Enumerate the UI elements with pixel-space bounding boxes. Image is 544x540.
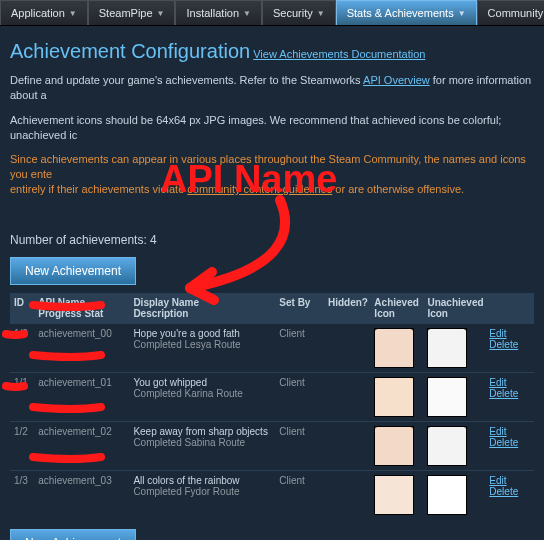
cell-set-by: Client bbox=[275, 372, 324, 421]
achieved-icon bbox=[374, 377, 414, 417]
tab-application[interactable]: Application▼ bbox=[0, 0, 88, 25]
achieved-icon bbox=[374, 426, 414, 466]
col-display-name: Display NameDescription bbox=[129, 293, 275, 324]
new-achievement-button-top[interactable]: New Achievement bbox=[10, 257, 136, 285]
cell-hidden bbox=[324, 470, 370, 519]
cell-id: 1/0 bbox=[10, 323, 34, 372]
chevron-down-icon: ▼ bbox=[317, 9, 325, 18]
table-row: 1/0achievement_00Hope you're a good fath… bbox=[10, 323, 534, 372]
cell-api-name: achievement_02 bbox=[34, 421, 129, 470]
page-title: Achievement Configuration bbox=[10, 40, 250, 62]
chevron-down-icon: ▼ bbox=[69, 9, 77, 18]
cell-set-by: Client bbox=[275, 323, 324, 372]
cell-hidden bbox=[324, 323, 370, 372]
delete-link[interactable]: Delete bbox=[489, 339, 530, 350]
edit-link[interactable]: Edit bbox=[489, 377, 530, 388]
cell-display-name: Hope you're a good fathCompleted Lesya R… bbox=[129, 323, 275, 372]
cell-set-by: Client bbox=[275, 421, 324, 470]
cell-id: 1/1 bbox=[10, 372, 34, 421]
achieved-icon bbox=[374, 475, 414, 515]
chevron-down-icon: ▼ bbox=[243, 9, 251, 18]
chevron-down-icon: ▼ bbox=[458, 9, 466, 18]
achievements-table: ID API NameProgress Stat Display NameDes… bbox=[10, 293, 534, 519]
table-row: 1/1achievement_01You got whippedComplete… bbox=[10, 372, 534, 421]
intro-paragraph-2: Achievement icons should be 64x64 px JPG… bbox=[10, 113, 534, 143]
new-achievement-button-bottom[interactable]: New Achievement bbox=[10, 529, 136, 540]
unachieved-icon bbox=[427, 426, 467, 466]
chevron-down-icon: ▼ bbox=[157, 9, 165, 18]
api-overview-link[interactable]: API Overview bbox=[363, 74, 430, 86]
col-set-by: Set By bbox=[275, 293, 324, 324]
edit-link[interactable]: Edit bbox=[489, 426, 530, 437]
col-hidden: Hidden? bbox=[324, 293, 370, 324]
unachieved-icon bbox=[427, 475, 467, 515]
delete-link[interactable]: Delete bbox=[489, 437, 530, 448]
cell-set-by: Client bbox=[275, 470, 324, 519]
cell-api-name: achievement_01 bbox=[34, 372, 129, 421]
cell-api-name: achievement_00 bbox=[34, 323, 129, 372]
unachieved-icon bbox=[427, 328, 467, 368]
col-achieved-icon: AchievedIcon bbox=[370, 293, 423, 324]
delete-link[interactable]: Delete bbox=[489, 388, 530, 399]
warning-paragraph: Since achievements can appear in various… bbox=[10, 152, 534, 197]
achieved-icon bbox=[374, 328, 414, 368]
view-docs-link[interactable]: View Achievements Documentation bbox=[253, 48, 425, 60]
cell-id: 1/2 bbox=[10, 421, 34, 470]
cell-display-name: You got whippedCompleted Karina Route bbox=[129, 372, 275, 421]
tab-security[interactable]: Security▼ bbox=[262, 0, 336, 25]
col-id: ID bbox=[10, 293, 34, 324]
delete-link[interactable]: Delete bbox=[489, 486, 530, 497]
table-row: 1/3achievement_03All colors of the rainb… bbox=[10, 470, 534, 519]
intro-paragraph-1: Define and update your game's achievemen… bbox=[10, 73, 534, 103]
tab-community[interactable]: Community▼ bbox=[477, 0, 544, 25]
table-row: 1/2achievement_02Keep away from sharp ob… bbox=[10, 421, 534, 470]
col-unachieved-icon: UnachievedIcon bbox=[423, 293, 485, 324]
tab-steampipe[interactable]: SteamPipe▼ bbox=[88, 0, 176, 25]
edit-link[interactable]: Edit bbox=[489, 475, 530, 486]
cell-hidden bbox=[324, 421, 370, 470]
achievement-count: Number of achievements: 4 bbox=[10, 233, 534, 247]
cell-hidden bbox=[324, 372, 370, 421]
cell-display-name: Keep away from sharp objectsCompleted Sa… bbox=[129, 421, 275, 470]
edit-link[interactable]: Edit bbox=[489, 328, 530, 339]
cell-id: 1/3 bbox=[10, 470, 34, 519]
cell-api-name: achievement_03 bbox=[34, 470, 129, 519]
cell-display-name: All colors of the rainbowCompleted Fydor… bbox=[129, 470, 275, 519]
col-api-name: API NameProgress Stat bbox=[34, 293, 129, 324]
content-guidelines-link[interactable]: community content guidelines bbox=[187, 183, 332, 195]
top-tab-bar: Application▼ SteamPipe▼ Installation▼ Se… bbox=[0, 0, 544, 26]
tab-installation[interactable]: Installation▼ bbox=[175, 0, 262, 25]
tab-stats-achievements[interactable]: Stats & Achievements▼ bbox=[336, 0, 477, 25]
unachieved-icon bbox=[427, 377, 467, 417]
